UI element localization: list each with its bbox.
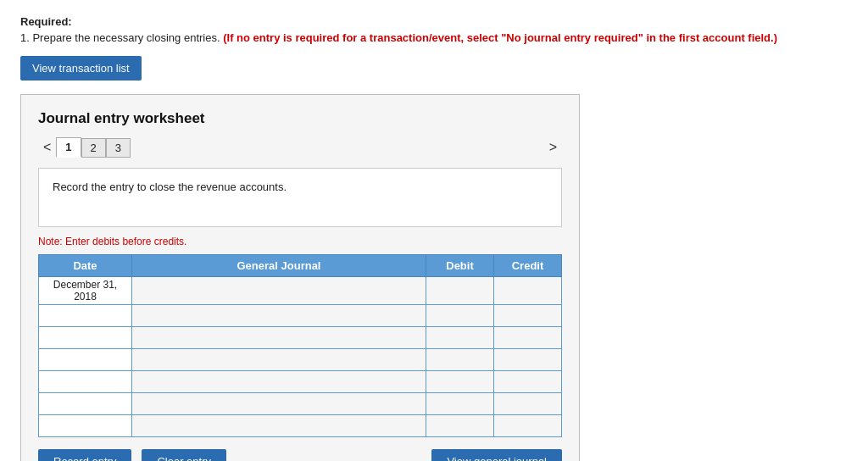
table-row: December 31, 2018	[39, 277, 562, 305]
page-tab-1[interactable]: 1	[56, 137, 81, 158]
date-cell	[39, 371, 132, 393]
table-row	[39, 349, 562, 371]
table-row	[39, 415, 562, 437]
debit-input[interactable]	[426, 393, 493, 414]
credit-input[interactable]	[494, 327, 561, 348]
instruction-text: 1. Prepare the necessary closing entries…	[20, 31, 220, 44]
table-row	[39, 393, 562, 415]
required-section: Required: 1. Prepare the necessary closi…	[20, 15, 848, 44]
date-cell: December 31, 2018	[39, 277, 132, 305]
credit-cell[interactable]	[494, 371, 562, 393]
credit-input[interactable]	[494, 305, 561, 326]
credit-input[interactable]	[494, 415, 561, 436]
debit-input[interactable]	[426, 415, 493, 436]
table-row	[39, 327, 562, 349]
debit-cell[interactable]	[426, 371, 494, 393]
debit-input[interactable]	[426, 327, 493, 348]
debit-cell[interactable]	[426, 349, 494, 371]
credit-cell[interactable]	[494, 305, 562, 327]
credit-cell[interactable]	[494, 277, 562, 305]
credit-input[interactable]	[494, 277, 561, 304]
journal-input[interactable]	[132, 415, 426, 436]
journal-cell[interactable]	[132, 277, 426, 305]
date-cell	[39, 415, 132, 437]
credit-cell[interactable]	[494, 349, 562, 371]
red-notice: (If no entry is required for a transacti…	[223, 31, 777, 44]
credit-cell[interactable]	[494, 415, 562, 437]
date-cell	[39, 393, 132, 415]
date-cell	[39, 349, 132, 371]
journal-input[interactable]	[132, 305, 426, 326]
note-text: Note: Enter debits before credits.	[38, 236, 562, 247]
col-header-debit: Debit	[426, 255, 494, 277]
worksheet-title: Journal entry worksheet	[38, 110, 562, 127]
journal-input[interactable]	[132, 327, 426, 348]
page-tab-2[interactable]: 2	[81, 138, 106, 158]
next-page-button[interactable]: >	[544, 138, 562, 157]
journal-cell[interactable]	[132, 415, 426, 437]
table-row	[39, 371, 562, 393]
debit-input[interactable]	[426, 305, 493, 326]
page-tab-3[interactable]: 3	[106, 138, 131, 158]
debit-cell[interactable]	[426, 415, 494, 437]
journal-cell[interactable]	[132, 349, 426, 371]
view-journal-button[interactable]: View general journal	[431, 449, 562, 461]
debit-cell[interactable]	[426, 277, 494, 305]
clear-entry-button[interactable]: Clear entry	[142, 449, 226, 461]
required-text: 1. Prepare the necessary closing entries…	[20, 31, 848, 44]
prev-page-button[interactable]: <	[38, 138, 56, 157]
instruction-box: Record the entry to close the revenue ac…	[38, 168, 562, 227]
debit-input[interactable]	[426, 349, 493, 370]
required-label: Required:	[20, 15, 848, 28]
date-cell	[39, 327, 132, 349]
journal-cell[interactable]	[132, 305, 426, 327]
credit-input[interactable]	[494, 371, 561, 392]
journal-input[interactable]	[132, 393, 426, 414]
date-cell	[39, 305, 132, 327]
credit-cell[interactable]	[494, 327, 562, 349]
credit-input[interactable]	[494, 349, 561, 370]
worksheet-container: Journal entry worksheet < 1 2 3 > Record…	[20, 94, 580, 461]
debit-cell[interactable]	[426, 305, 494, 327]
journal-cell[interactable]	[132, 393, 426, 415]
journal-input[interactable]	[132, 349, 426, 370]
col-header-journal: General Journal	[132, 255, 426, 277]
debit-input[interactable]	[426, 277, 493, 304]
table-row	[39, 305, 562, 327]
action-row: Record entry Clear entry View general jo…	[38, 449, 562, 461]
col-header-date: Date	[39, 255, 132, 277]
journal-cell[interactable]	[132, 327, 426, 349]
record-entry-button[interactable]: Record entry	[38, 449, 131, 461]
instruction-text: Record the entry to close the revenue ac…	[53, 181, 287, 193]
credit-input[interactable]	[494, 393, 561, 414]
pagination-row: < 1 2 3 >	[38, 137, 562, 158]
col-header-credit: Credit	[494, 255, 562, 277]
journal-input[interactable]	[132, 277, 426, 304]
journal-input[interactable]	[132, 371, 426, 392]
journal-table: Date General Journal Debit Credit Decemb…	[38, 254, 562, 437]
debit-cell[interactable]	[426, 393, 494, 415]
journal-cell[interactable]	[132, 371, 426, 393]
debit-cell[interactable]	[426, 327, 494, 349]
view-transaction-button[interactable]: View transaction list	[20, 56, 142, 81]
credit-cell[interactable]	[494, 393, 562, 415]
debit-input[interactable]	[426, 371, 493, 392]
